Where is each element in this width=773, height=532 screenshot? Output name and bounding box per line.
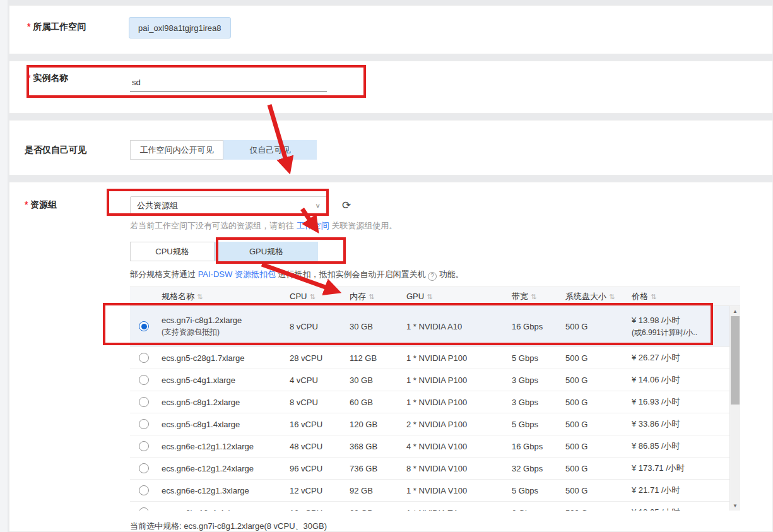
visibility-option-public[interactable]: 工作空间内公开可见	[130, 140, 223, 160]
header-bandwidth: 带宽	[512, 292, 528, 301]
radio-unselected[interactable]	[139, 397, 149, 407]
cell-price-note: (或6.991计算时/小..	[632, 328, 736, 338]
table-row[interactable]: ecs.gn5-c8g1.4xlarge 16 vCPU 120 GB 2 * …	[130, 413, 740, 435]
table-row[interactable]: ecs.gn5-c28g1.7xlarge 28 vCPU 112 GB 1 *…	[130, 347, 740, 369]
chevron-down-icon: ∨	[315, 202, 321, 209]
table-header: 规格名称⇅ CPU⇅ 内存⇅ GPU⇅ 带宽⇅ 系统盘大小⇅ 价格⇅	[130, 287, 740, 306]
sort-icon[interactable]: ⇅	[369, 293, 374, 300]
spec-type-tabs: CPU规格 GPU规格	[130, 242, 318, 261]
cell-cpu: 96 vCPU	[290, 464, 350, 473]
refresh-icon[interactable]: ⟳	[338, 196, 355, 214]
sort-icon[interactable]: ⇅	[609, 293, 615, 300]
cell-disk: 500 G	[565, 353, 632, 363]
cell-bandwidth: 16 Gbps	[512, 442, 565, 451]
table-row[interactable]: ecs.gn5-c4g1.xlarge 4 vCPU 30 GB 1 * NVI…	[130, 369, 740, 391]
spec-name: ecs.gn5-c8g1.2xlarge	[162, 398, 290, 407]
workspace-tag: pai_oxl98a1tgjrg1irea8	[129, 17, 231, 38]
cell-cpu: 4 vCPU	[290, 375, 350, 385]
header-gpu: GPU	[406, 292, 424, 301]
sort-icon[interactable]: ⇅	[427, 293, 432, 300]
section-workspace: 所属工作空间 pai_oxl98a1tgjrg1irea8	[9, 5, 773, 54]
cell-memory: 60 GB	[350, 398, 406, 407]
cell-bandwidth: 16 Gbps	[512, 322, 565, 331]
header-system-disk: 系统盘大小	[565, 292, 606, 301]
radio-unselected[interactable]	[139, 463, 149, 473]
scrollbar-down-icon[interactable]: ▼	[730, 500, 740, 511]
cell-memory: 62 GB	[350, 508, 406, 511]
cell-price: ¥ 26.27 /小时	[632, 352, 740, 364]
cell-gpu: 2 * NVIDIA P100	[406, 420, 512, 429]
cell-cpu: 16 vCPU	[290, 420, 350, 429]
section-instance-name: 实例名称 sd	[9, 61, 773, 114]
instance-name-input[interactable]: sd	[130, 74, 327, 92]
scrollbar-thumb[interactable]	[731, 316, 740, 405]
workspace-link[interactable]: 工作空间	[297, 221, 329, 230]
cell-price: ¥ 13.98 /小时	[632, 315, 736, 326]
tab-cpu-spec[interactable]: CPU规格	[130, 242, 215, 261]
table-row[interactable]: ecs.gn6e-c12g1.3xlarge 12 vCPU 92 GB 1 *…	[130, 480, 740, 502]
cell-price: ¥ 18.05 /小时	[632, 507, 740, 511]
gpu-spec-table: 规格名称⇅ CPU⇅ 内存⇅ GPU⇅ 带宽⇅ 系统盘大小⇅ 价格⇅ ecs.g…	[130, 287, 740, 511]
cell-price: ¥ 21.71 /小时	[632, 485, 740, 496]
cell-disk: 500 G	[565, 420, 632, 429]
table-row[interactable]: ecs.gn6i-c16g1.4xlarge 16 vCPU 62 GB 1 *…	[130, 502, 740, 511]
cell-bandwidth: 6 Gbps	[512, 508, 565, 511]
cell-gpu: 1 * NVIDIA A10	[406, 322, 512, 331]
question-circle-icon[interactable]: ?	[428, 272, 437, 281]
sort-icon[interactable]: ⇅	[651, 293, 656, 300]
resource-group-label: 资源组	[25, 199, 57, 211]
cell-price: ¥ 86.85 /小时	[632, 440, 740, 452]
cell-price: ¥ 16.93 /小时	[632, 396, 740, 408]
cell-disk: 500 G	[565, 442, 632, 451]
cell-gpu: 8 * NVIDIA V100	[406, 464, 512, 473]
deduction-note: 部分规格支持通过 PAI-DSW 资源抵扣包 进行抵扣，抵扣实例会自动开启闲置关…	[130, 269, 464, 281]
cell-memory: 30 GB	[350, 322, 406, 331]
table-row[interactable]: ecs.gn6e-c12g1.24xlarge 96 vCPU 736 GB 8…	[130, 458, 740, 480]
cell-bandwidth: 5 Gbps	[512, 420, 565, 429]
cell-disk: 500 G	[565, 486, 632, 495]
table-body: ecs.gn7i-c8g1.2xlarge(支持资源包抵扣) 8 vCPU 30…	[130, 306, 740, 511]
resource-group-select[interactable]: 公共资源组 ∨	[130, 196, 327, 215]
visibility-option-private[interactable]: 仅自己可见	[223, 140, 317, 160]
table-scrollbar[interactable]: ▲ ▼	[729, 306, 740, 511]
radio-unselected[interactable]	[139, 375, 149, 385]
header-spec-name: 规格名称	[162, 292, 194, 301]
cell-memory: 112 GB	[350, 353, 406, 363]
radio-unselected[interactable]	[139, 485, 149, 495]
cell-bandwidth: 5 Gbps	[512, 486, 565, 495]
hint-text-suffix: 关联资源组使用。	[329, 221, 398, 230]
resource-package-link[interactable]: PAI-DSW 资源抵扣包	[198, 269, 276, 279]
cell-cpu: 8 vCPU	[290, 398, 350, 407]
sort-icon[interactable]: ⇅	[197, 293, 203, 300]
spec-name: ecs.gn6e-c12g1.12xlarge	[162, 442, 290, 451]
cell-gpu: 1 * NVIDIA P100	[406, 353, 512, 363]
cell-gpu: 1 * NVIDIA P100	[406, 398, 512, 407]
cell-cpu: 16 vCPU	[290, 508, 350, 511]
cell-cpu: 12 vCPU	[290, 486, 350, 495]
visibility-toggle: 工作空间内公开可见 仅自己可见	[130, 140, 317, 160]
spec-name-note: (支持资源包抵扣)	[162, 327, 286, 338]
sort-icon[interactable]: ⇅	[309, 293, 315, 300]
note-text-suffix: 功能。	[437, 269, 464, 279]
sort-icon[interactable]: ⇅	[531, 293, 536, 300]
table-row[interactable]: ecs.gn7i-c8g1.2xlarge(支持资源包抵扣) 8 vCPU 30…	[130, 306, 740, 347]
table-row[interactable]: ecs.gn5-c8g1.2xlarge 8 vCPU 60 GB 1 * NV…	[130, 391, 740, 413]
cell-memory: 92 GB	[350, 486, 406, 495]
cell-disk: 500 G	[565, 375, 632, 385]
visibility-label: 是否仅自己可见	[25, 145, 86, 156]
section-visibility: 是否仅自己可见 工作空间内公开可见 仅自己可见	[9, 120, 773, 175]
cell-bandwidth: 3 Gbps	[512, 375, 565, 385]
radio-unselected[interactable]	[139, 441, 149, 451]
radio-unselected[interactable]	[139, 507, 149, 511]
radio-unselected[interactable]	[139, 353, 149, 363]
radio-unselected[interactable]	[139, 419, 149, 429]
cell-bandwidth: 5 Gbps	[512, 353, 565, 363]
scrollbar-up-icon[interactable]: ▲	[730, 306, 740, 316]
cell-price: ¥ 33.86 /小时	[632, 418, 740, 430]
instance-name-label: 实例名称	[27, 73, 68, 84]
cell-gpu: 1 * NVIDIA T4	[406, 508, 512, 511]
table-row[interactable]: ecs.gn6e-c12g1.12xlarge 48 vCPU 368 GB 4…	[130, 435, 740, 458]
radio-selected[interactable]	[139, 321, 149, 331]
spec-name: ecs.gn5-c8g1.4xlarge	[162, 420, 290, 429]
tab-gpu-spec[interactable]: GPU规格	[215, 242, 318, 261]
